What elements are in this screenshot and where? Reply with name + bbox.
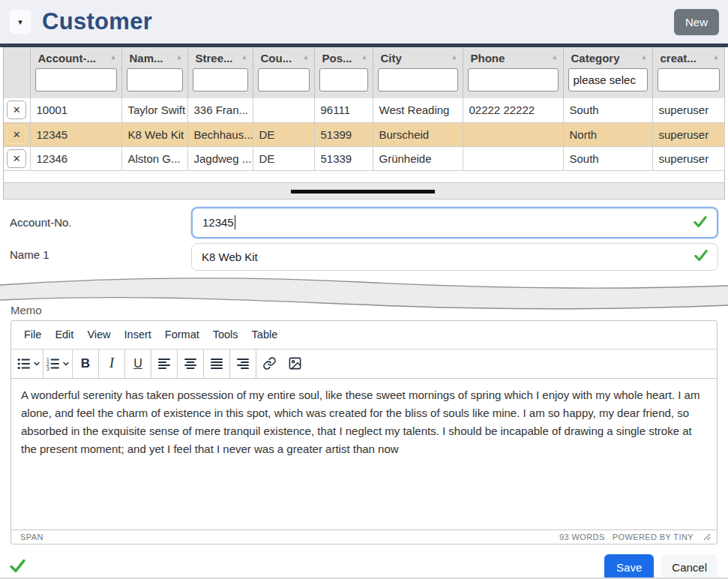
header-postcode[interactable]: Pos...▲ [314, 47, 373, 66]
caret-down-icon: ▾ [18, 17, 22, 27]
svg-text:3: 3 [46, 366, 49, 371]
header-category[interactable]: Category▲ [563, 47, 652, 66]
menu-edit[interactable]: Edit [48, 325, 80, 344]
menu-table[interactable]: Table [245, 325, 285, 344]
sort-asc-icon[interactable]: ▲ [552, 53, 559, 61]
cancel-button[interactable]: Cancel [661, 554, 718, 579]
filter-phone-input[interactable] [468, 68, 559, 92]
cell-category: South [563, 146, 652, 170]
delete-row-button[interactable]: ✕ [7, 125, 26, 144]
name-value: K8 Web Kit [202, 250, 258, 263]
header-name[interactable]: Nam...▲ [121, 47, 187, 66]
table-row[interactable]: ✕ 12346 Alston G... Jagdweg ... DE 51339… [4, 146, 724, 170]
filter-street-input[interactable] [193, 68, 248, 92]
valid-check-icon [694, 248, 709, 266]
align-center-button[interactable] [178, 350, 203, 378]
cell-account: 10001 [30, 98, 121, 122]
sort-asc-icon[interactable]: ▲ [303, 53, 310, 61]
header-created[interactable]: creat...▲ [652, 47, 724, 66]
resize-handle-icon[interactable] [703, 532, 711, 541]
menu-tools[interactable]: Tools [206, 325, 245, 344]
sort-asc-icon[interactable]: ▲ [241, 53, 248, 61]
chevron-down-icon [62, 360, 70, 368]
insert-image-button[interactable] [282, 350, 307, 378]
header-phone[interactable]: Phone▲ [463, 47, 563, 66]
cell-account: 12345 [30, 122, 121, 146]
filter-created-input[interactable] [658, 68, 720, 92]
form-valid-check-icon [9, 557, 26, 578]
table-row[interactable]: ✕ 10001 Taylor Swift 336 Fran... 96111 W… [4, 98, 724, 122]
cell-phone [463, 122, 563, 146]
numbered-list-button[interactable]: 123 [43, 350, 72, 378]
sort-asc-icon[interactable]: ▲ [361, 53, 368, 61]
cell-phone [463, 146, 563, 170]
sort-asc-icon[interactable]: ▲ [451, 53, 458, 61]
menu-format[interactable]: Format [158, 325, 206, 344]
menu-file[interactable]: File [17, 325, 48, 344]
account-value: 12345 [202, 216, 234, 229]
bold-icon: B [81, 356, 90, 371]
underline-button[interactable]: U [125, 350, 151, 378]
delete-row-icon: ✕ [13, 104, 21, 116]
sort-asc-icon[interactable]: ▲ [110, 53, 117, 61]
cell-created-by: superuser [652, 122, 724, 146]
header-dropdown-button[interactable]: ▾ [9, 9, 31, 34]
save-button[interactable]: Save [604, 554, 654, 579]
delete-row-icon: ✕ [13, 129, 21, 140]
header-street[interactable]: Stree...▲ [187, 47, 253, 66]
cell-postcode: 51339 [314, 146, 373, 170]
cell-country: DE [253, 122, 314, 146]
cell-name: K8 Web Kit [121, 122, 187, 146]
filter-postcode-input[interactable] [319, 68, 368, 92]
powered-by-tiny: POWERED BY TINY [613, 532, 694, 542]
menu-insert[interactable]: Insert [118, 325, 158, 344]
name-input[interactable]: K8 Web Kit [191, 243, 718, 271]
header-country[interactable]: Cou...▲ [253, 47, 314, 66]
align-right-button[interactable] [230, 350, 256, 378]
align-left-button[interactable] [151, 350, 177, 378]
table-horizontal-scrollbar[interactable] [4, 182, 724, 200]
italic-button[interactable]: I [99, 350, 124, 378]
filter-city-input[interactable] [378, 68, 458, 92]
cell-phone: 02222 22222 [463, 98, 563, 122]
app-header: ▾ Customer New [0, 0, 728, 44]
insert-link-button[interactable] [256, 350, 282, 378]
menu-view[interactable]: View [80, 325, 117, 344]
editor-toolbar: 123 B I U [11, 349, 717, 379]
cell-street: Bechhaus... [187, 122, 253, 146]
bold-button[interactable]: B [73, 350, 98, 378]
cell-street: 336 Fran... [187, 98, 253, 122]
account-input[interactable]: 12345 [191, 207, 718, 238]
sort-asc-icon[interactable]: ▲ [176, 53, 183, 61]
new-button[interactable]: New [674, 9, 719, 35]
filter-name-input[interactable] [127, 68, 183, 92]
justify-button[interactable] [204, 350, 229, 378]
cell-city: Burscheid [373, 122, 463, 146]
table-row-selected[interactable]: ✕ 12345 K8 Web Kit Bechhaus... DE 51399 … [4, 122, 724, 146]
cell-name: Taylor Swift [121, 98, 187, 122]
name-form-row: Name 1 K8 Web Kit [0, 238, 728, 271]
cell-postcode: 51399 [314, 122, 373, 146]
delete-row-button[interactable]: ✕ [7, 149, 26, 168]
cell-category: North [563, 122, 652, 146]
header-account[interactable]: Account-...▲ [30, 47, 121, 66]
underline-icon: U [133, 357, 142, 370]
account-form-row: Account-No. 12345 [0, 207, 728, 238]
link-icon [262, 356, 277, 370]
justify-icon [209, 356, 224, 371]
header-city[interactable]: City▲ [373, 47, 463, 66]
filter-country-input[interactable] [258, 68, 310, 92]
filter-category-select[interactable]: please selec [568, 68, 648, 92]
delete-row-button[interactable]: ✕ [7, 100, 26, 119]
cell-name: Alston G... [121, 146, 187, 170]
memo-content[interactable]: A wonderful serenity has taken possessio… [11, 379, 717, 530]
align-right-icon [235, 356, 250, 371]
scrollbar-thumb[interactable] [291, 190, 435, 194]
element-path[interactable]: SPAN [20, 532, 43, 542]
customer-table: Account-...▲ Nam...▲ Stree...▲ Cou...▲ P… [3, 47, 725, 200]
bullet-list-button[interactable] [14, 350, 43, 378]
filter-account-input[interactable] [35, 68, 117, 92]
sort-asc-icon[interactable]: ▲ [641, 53, 648, 61]
sort-asc-icon[interactable]: ▲ [713, 53, 720, 61]
word-count[interactable]: 93 WORDS [559, 532, 605, 542]
